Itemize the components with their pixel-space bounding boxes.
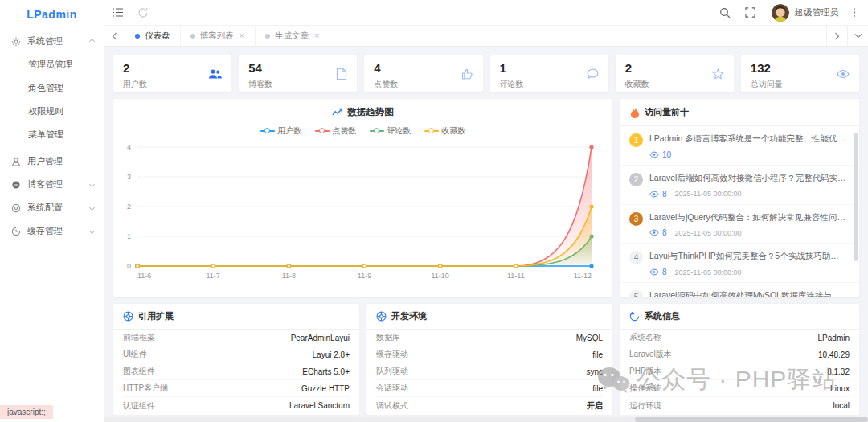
info-value: sync	[586, 367, 603, 376]
info-row: PHP版本 8.1.32	[629, 363, 850, 380]
tab-generate-article[interactable]: 生成文章 ×	[256, 26, 330, 46]
info-label: 前端框架	[123, 332, 155, 343]
stat-value: 132	[751, 62, 850, 76]
top-visits-panel: 访问量前十 1 LPadmin 多语言博客系统是一个功能完整、性能优异的现代化博…	[619, 98, 860, 297]
sidebar-item-label: 系统配置	[27, 202, 63, 214]
info-value: LPadmin	[818, 334, 850, 342]
rank-badge: 3	[629, 212, 643, 226]
user-icon	[10, 156, 21, 166]
sidebar-item-admin-management[interactable]: 管理员管理	[0, 53, 104, 76]
stat-card-comments[interactable]: 1 评论数	[489, 55, 609, 92]
sidebar-item-system-config[interactable]: 系统配置	[0, 196, 104, 219]
info-value: file	[592, 384, 603, 393]
stat-card-blogs[interactable]: 54 博客数	[238, 55, 358, 92]
tabs-dropdown-button[interactable]	[847, 26, 868, 46]
sidebar-item-label: 系统管理	[27, 35, 63, 47]
list-item[interactable]: 2 Laravel后端如何高效对接微信小程序？完整代码实现指南 8 2025-1…	[620, 166, 859, 205]
info-value: MySQL	[576, 334, 603, 342]
sidebar-item-cache-management[interactable]: 缓存管理	[0, 219, 104, 243]
collapse-sidebar-button[interactable]	[104, 0, 130, 26]
fullscreen-icon[interactable]	[738, 0, 764, 26]
post-date: 2025-11-05 00:00:00	[675, 268, 742, 277]
eye-icon	[649, 191, 659, 198]
svg-text:3: 3	[127, 173, 131, 181]
horizontal-scrollbar[interactable]	[104, 417, 868, 422]
rank-badge: 2	[629, 173, 643, 186]
link-status-tooltip: javascript:;	[0, 405, 53, 419]
chevron-down-icon	[89, 205, 95, 211]
chart-legend: 用户数点赞数评论数收藏数	[113, 125, 612, 137]
sidebar-item-system-management[interactable]: 系统管理	[0, 30, 104, 53]
info-value: 10.48.29	[818, 350, 850, 359]
close-icon[interactable]: ×	[313, 31, 320, 40]
search-icon[interactable]	[712, 0, 738, 26]
sidebar-item-role-management[interactable]: 角色管理	[0, 76, 104, 100]
info-value: Linux	[830, 384, 850, 393]
scrollbar-thumb[interactable]	[635, 417, 868, 422]
info-label: 系统名称	[629, 332, 661, 343]
more-menu-icon[interactable]	[847, 5, 862, 21]
flame-icon	[630, 107, 640, 118]
legend-marker-icon	[260, 128, 275, 134]
legend-item[interactable]: 点赞数	[315, 125, 357, 137]
refresh-icon[interactable]	[130, 0, 156, 26]
stat-value: 2	[123, 62, 222, 76]
stat-card-likes[interactable]: 4 点赞数	[363, 55, 483, 92]
list-item[interactable]: 1 LPadmin 多语言博客系统是一个功能完整、性能优异的现代化博客平台 10	[620, 126, 859, 166]
main-content: 2 用户数 54 博客数 4 点赞数 1 评论数	[104, 47, 868, 422]
info-value: file	[592, 350, 603, 359]
stat-label: 点赞数	[374, 79, 473, 90]
chevron-up-icon	[89, 39, 95, 44]
current-user-name[interactable]: 超级管理员	[795, 6, 839, 18]
sidebar-item-user-management[interactable]: 用户管理	[0, 150, 104, 173]
tabs-scroll-left-button[interactable]	[104, 26, 125, 46]
tab-label: 仪表盘	[145, 31, 170, 42]
compass-icon	[376, 311, 387, 322]
avatar[interactable]	[772, 4, 789, 22]
info-row: 图表组件 ECharts 5.0+	[123, 363, 350, 380]
info-label: 运行环境	[629, 400, 661, 412]
tab-bar: 仪表盘 博客列表 × 生成文章 ×	[104, 26, 868, 47]
legend-item[interactable]: 用户数	[260, 125, 302, 137]
info-label: Laravel版本	[629, 349, 672, 360]
scrollbar-thumb[interactable]	[854, 133, 858, 261]
system-refresh-icon	[629, 311, 640, 322]
app-logo[interactable]: LPadmin	[0, 0, 104, 30]
stat-card-total-visits[interactable]: 132 总访问量	[740, 55, 860, 92]
extensions-card: 引用扩展 前端框架 PearAdminLayui UI组件 Layui 2.8+…	[113, 303, 360, 416]
chart-title: 数据趋势图	[113, 106, 612, 118]
svg-text:1: 1	[127, 232, 131, 240]
tab-blog-list[interactable]: 博客列表 ×	[181, 26, 256, 46]
stat-card-users[interactable]: 2 用户数	[113, 55, 232, 92]
card-header: 开发环境	[366, 304, 612, 330]
legend-label: 点赞数	[333, 125, 357, 137]
tab-dashboard[interactable]: 仪表盘	[125, 26, 181, 46]
close-icon[interactable]: ×	[239, 31, 245, 40]
svg-text:11-6: 11-6	[137, 272, 151, 280]
list-item[interactable]: 4 Layui与ThinkPHP如何完美整合？5个实战技巧助你快速上手 8 20…	[620, 244, 859, 283]
card-header: 系统信息	[620, 304, 859, 330]
stat-label: 评论数	[500, 79, 599, 90]
info-row: 运行环境 local	[629, 397, 850, 414]
sidebar-item-blog-management[interactable]: 博客管理	[0, 173, 104, 196]
sidebar-item-permission-rules[interactable]: 权限规则	[0, 100, 104, 123]
stat-label: 收藏数	[625, 79, 724, 90]
info-label: 操作系统	[629, 383, 661, 394]
info-row: 前端框架 PearAdminLayui	[123, 330, 350, 346]
list-item[interactable]: 3 Laravel与jQuery代码整合：如何解决常见兼容性问题？ 8 2025…	[620, 205, 859, 244]
sidebar: LPadmin 系统管理 管理员管理 角色管理 权限规则 菜单管理 用户管理 博…	[0, 0, 104, 422]
info-value: 8.1.32	[827, 367, 850, 376]
sidebar-item-label: 缓存管理	[27, 225, 63, 237]
info-value: PearAdminLayui	[291, 334, 350, 342]
tabs-scroll-right-button[interactable]	[826, 26, 847, 46]
legend-item[interactable]: 评论数	[370, 125, 411, 137]
trend-line-chart[interactable]: 0123411-611-711-811-911-1011-1111-12	[113, 137, 601, 292]
list-item[interactable]: 5 Laravel源码中如何高效处理MySQL数据库连接与优化？ 7	[620, 283, 859, 297]
users-icon	[208, 68, 222, 79]
chevron-down-icon	[89, 228, 95, 234]
stat-value: 2	[625, 62, 724, 76]
info-label: PHP版本	[629, 366, 662, 377]
sidebar-item-menu-management[interactable]: 菜单管理	[0, 123, 104, 146]
stat-card-favorites[interactable]: 2 收藏数	[615, 55, 735, 92]
legend-item[interactable]: 收藏数	[424, 125, 466, 137]
